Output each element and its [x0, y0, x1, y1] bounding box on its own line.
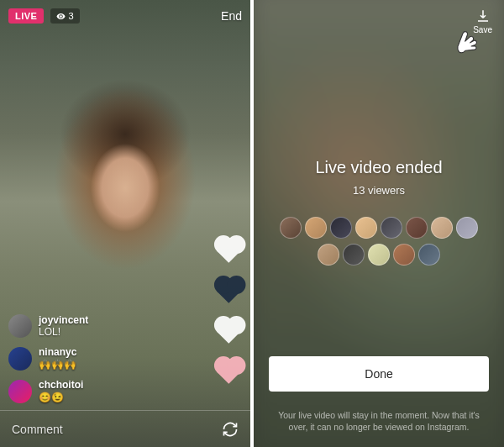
- comments-list: joyvincent LOL! ninanyc 🙌🙌🙌 chchoitoi 😊😉: [8, 314, 88, 403]
- avatar[interactable]: [280, 217, 302, 239]
- avatar[interactable]: [343, 244, 365, 266]
- comment-item: joyvincent LOL!: [8, 314, 88, 339]
- avatar[interactable]: [318, 244, 339, 266]
- avatar[interactable]: [393, 244, 415, 266]
- avatar[interactable]: [8, 347, 32, 371]
- end-button[interactable]: End: [221, 9, 242, 23]
- avatar[interactable]: [431, 217, 453, 239]
- ended-footer-text: Your live video will stay in the moment.…: [272, 409, 486, 434]
- avatar[interactable]: [381, 217, 402, 239]
- avatar[interactable]: [456, 217, 478, 239]
- viewer-avatars: [270, 215, 488, 267]
- live-badge: LIVE: [8, 8, 44, 24]
- eye-icon: [56, 12, 66, 21]
- switch-camera-button[interactable]: [222, 421, 239, 438]
- comment-message: LOL!: [39, 326, 60, 338]
- avatar[interactable]: [355, 217, 377, 239]
- avatar[interactable]: [418, 244, 440, 266]
- floating-hearts: [220, 242, 239, 380]
- avatar[interactable]: [406, 217, 428, 239]
- avatar[interactable]: [8, 314, 32, 338]
- comment-username[interactable]: ninanyc: [39, 346, 76, 358]
- done-button[interactable]: Done: [269, 356, 489, 392]
- comment-message: 🙌🙌🙌: [39, 359, 76, 371]
- comment-item: ninanyc 🙌🙌🙌: [8, 346, 88, 371]
- heart-icon: [217, 278, 242, 303]
- switch-camera-icon: [222, 421, 239, 438]
- live-bottombar: Comment: [0, 410, 250, 447]
- live-topbar: LIVE 3 End: [8, 8, 242, 24]
- avatar[interactable]: [330, 217, 352, 239]
- comment-message: 😊😉: [39, 392, 64, 403]
- comment-username[interactable]: joyvincent: [39, 314, 88, 326]
- comment-username[interactable]: chchoitoi: [39, 379, 83, 391]
- avatar[interactable]: [8, 380, 32, 403]
- viewer-count-pill[interactable]: 3: [50, 8, 79, 24]
- live-broadcast-screen: LIVE 3 End joyvincent LOL! ninanyc 🙌🙌🙌: [0, 0, 250, 447]
- avatar[interactable]: [305, 217, 327, 239]
- download-icon: [475, 8, 491, 24]
- viewer-count-text: 13 viewers: [353, 184, 405, 197]
- heart-icon: [217, 238, 242, 263]
- comment-item: chchoitoi 😊😉: [8, 379, 88, 403]
- comment-input[interactable]: Comment: [12, 423, 222, 436]
- heart-icon: [217, 318, 242, 344]
- ended-title: Live video ended: [315, 158, 442, 177]
- viewer-count-text: 3: [68, 11, 73, 21]
- avatar[interactable]: [368, 244, 390, 266]
- live-ended-screen: Save Live video ended 13 viewers Done Yo…: [254, 0, 504, 447]
